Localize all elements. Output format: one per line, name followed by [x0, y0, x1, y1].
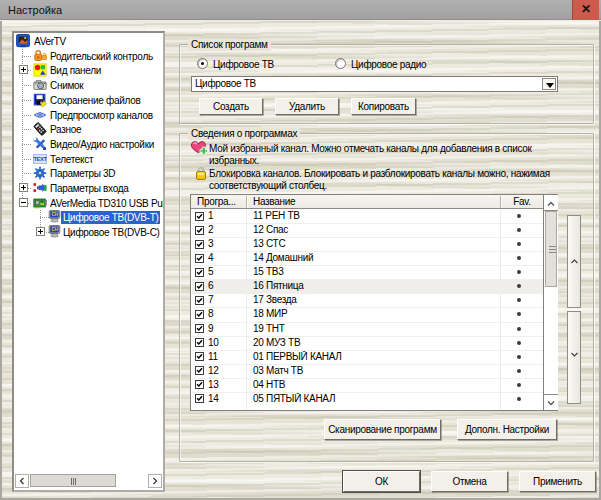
svg-text:CH: CH — [52, 213, 58, 218]
svg-text:CH: CH — [52, 227, 58, 232]
svg-text:TEXT: TEXT — [33, 156, 47, 162]
